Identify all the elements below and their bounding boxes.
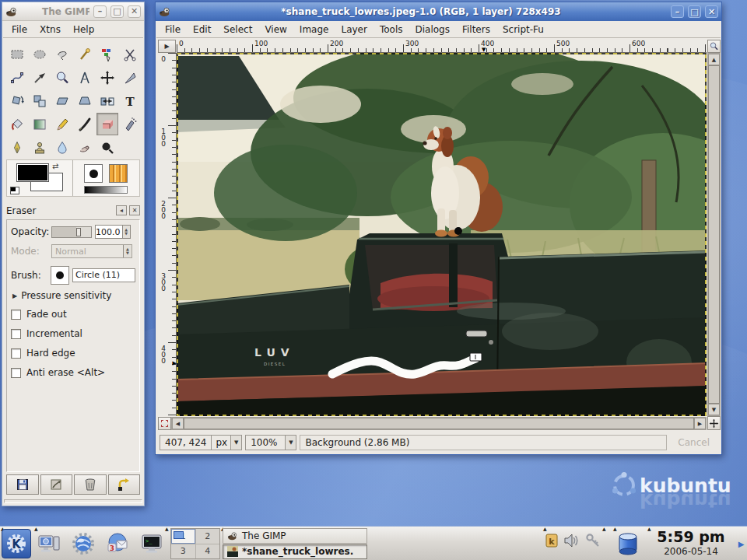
- panel-clock[interactable]: 5:59 pm 2006-05-14: [651, 527, 731, 560]
- checkbox-row-fade-out[interactable]: Fade out: [11, 309, 135, 320]
- pressure-sensitivity-expander[interactable]: ▶ Pressure sensitivity: [12, 290, 135, 301]
- unit-dropdown[interactable]: ▼: [230, 436, 241, 450]
- toolbox-resize-grip[interactable]: [4, 499, 142, 503]
- scroll-left-arrow[interactable]: ◀: [172, 418, 184, 429]
- restore-options-button[interactable]: [40, 474, 73, 495]
- konqueror-launcher[interactable]: [68, 530, 98, 558]
- applet-handle[interactable]: ▲: [543, 527, 547, 531]
- vertical-ruler[interactable]: 0100200300400▶: [158, 53, 177, 416]
- swap-colors-icon[interactable]: ⇄: [52, 162, 58, 170]
- mode-dropdown[interactable]: Normal ▲▼: [51, 244, 132, 258]
- tool-measure[interactable]: [74, 66, 96, 89]
- checkbox-icon[interactable]: [11, 368, 21, 378]
- delete-options-button[interactable]: [74, 474, 107, 495]
- image-menu-dialogs[interactable]: Dialogs: [409, 23, 454, 37]
- close-button[interactable]: ✕: [128, 5, 141, 18]
- tool-scale[interactable]: [29, 89, 51, 112]
- cancel-button[interactable]: Cancel: [670, 435, 717, 450]
- tool-crop[interactable]: [119, 66, 141, 89]
- image-menu-button[interactable]: ▶: [158, 40, 176, 53]
- opacity-slider[interactable]: [51, 226, 92, 238]
- checkbox-row-anti-erase-alt-[interactable]: Anti erase <Alt>: [11, 367, 135, 378]
- tool-paths[interactable]: [6, 66, 28, 89]
- tool-smudge[interactable]: [74, 136, 96, 159]
- spinner-arrows[interactable]: ▲▼: [122, 226, 131, 238]
- toolbox-menu-xtns[interactable]: Xtns: [34, 23, 66, 37]
- zoom-follow-window-toggle[interactable]: [707, 40, 721, 53]
- image-canvas[interactable]: LUV DIESEL: [177, 53, 707, 416]
- maximize-button[interactable]: □: [110, 5, 124, 18]
- tool-ink[interactable]: [6, 136, 28, 159]
- tool-rotate[interactable]: [6, 89, 28, 112]
- brush-select-button[interactable]: [51, 266, 69, 285]
- tool-convolve[interactable]: [51, 136, 73, 159]
- minimize-button[interactable]: –: [93, 5, 107, 18]
- tool-blend[interactable]: [29, 113, 51, 135]
- konsole-launcher[interactable]: >_: [137, 530, 167, 558]
- opacity-spinner[interactable]: 100.0 ▲▼: [95, 225, 131, 239]
- applet-handle[interactable]: ▲: [602, 527, 606, 531]
- vertical-scroll-thumb[interactable]: [708, 65, 720, 404]
- checkbox-icon[interactable]: [11, 348, 21, 359]
- tool-paintbrush[interactable]: [74, 113, 96, 135]
- image-menu-edit[interactable]: Edit: [188, 23, 216, 37]
- tool-text[interactable]: [119, 89, 141, 112]
- zoom-dropdown[interactable]: ▼: [285, 436, 296, 450]
- tool-rect-select[interactable]: [6, 43, 28, 65]
- scroll-down-arrow[interactable]: ▼: [708, 404, 720, 415]
- horizontal-scrollbar[interactable]: ◀ ▶: [171, 417, 707, 430]
- tool-fuzzy-select[interactable]: [74, 43, 96, 65]
- tool-scissors[interactable]: [119, 43, 141, 65]
- active-pattern-preview[interactable]: [109, 164, 128, 183]
- checkbox-row-hard-edge[interactable]: Hard edge: [11, 348, 135, 359]
- tool-free-select[interactable]: [51, 43, 73, 65]
- image-menu-image[interactable]: Image: [294, 23, 335, 37]
- tool-color-picker[interactable]: [29, 66, 51, 89]
- scroll-right-arrow[interactable]: ▶: [694, 418, 706, 429]
- storage-applet-icon[interactable]: [618, 531, 638, 556]
- system-settings-launcher[interactable]: [34, 530, 64, 558]
- save-options-button[interactable]: [6, 474, 39, 495]
- image-menu-script-fu[interactable]: Script-Fu: [497, 23, 549, 37]
- task-button-gimp[interactable]: The GIMP: [223, 528, 367, 544]
- reset-options-button[interactable]: [108, 474, 141, 495]
- image-menu-file[interactable]: File: [160, 23, 186, 37]
- dock-close-button[interactable]: ✕: [129, 205, 140, 215]
- image-menu-layer[interactable]: Layer: [335, 23, 372, 37]
- volume-tray-icon[interactable]: [563, 533, 580, 548]
- maximize-button[interactable]: □: [688, 5, 701, 18]
- navigation-button[interactable]: [707, 416, 721, 430]
- task-button-image[interactable]: *shane_truck_lowres.: [223, 544, 367, 560]
- image-menu-tools[interactable]: Tools: [374, 23, 409, 37]
- tool-clone[interactable]: [29, 136, 51, 159]
- pager-desktop-2[interactable]: 2: [196, 529, 220, 544]
- horizontal-ruler[interactable]: 0100200300400500600700▼: [177, 40, 707, 53]
- applet-handle[interactable]: ▲: [613, 527, 617, 531]
- image-menu-select[interactable]: Select: [218, 23, 258, 37]
- tool-flip[interactable]: [96, 89, 118, 112]
- tool-dodge-burn[interactable]: [96, 136, 118, 159]
- active-gradient-preview[interactable]: [84, 186, 128, 194]
- tool-perspective[interactable]: [74, 89, 96, 112]
- tool-shear[interactable]: [51, 89, 73, 112]
- scroll-up-arrow[interactable]: ▲: [708, 54, 720, 65]
- active-brush-preview[interactable]: [84, 164, 103, 183]
- pager-desktop-4[interactable]: 4: [196, 544, 220, 559]
- klipper-tray-icon[interactable]: k: [545, 533, 559, 548]
- tool-ellipse-select[interactable]: [29, 43, 51, 65]
- tool-select-by-color[interactable]: [96, 43, 118, 65]
- image-menu-filters[interactable]: Filters: [457, 23, 496, 37]
- brush-name-field[interactable]: Circle (11): [72, 268, 135, 282]
- k-menu-button[interactable]: K: [2, 529, 31, 558]
- toolbox-menu-file[interactable]: File: [6, 23, 33, 37]
- toolbox-titlebar[interactable]: The GIMP – □ ✕: [2, 2, 144, 21]
- tool-pencil[interactable]: [51, 113, 73, 135]
- pager-desktop-3[interactable]: 3: [171, 544, 195, 559]
- panel-hide-button[interactable]: ▶: [736, 529, 746, 558]
- quickmask-toggle[interactable]: [158, 417, 171, 430]
- foreground-color-swatch[interactable]: [16, 163, 49, 182]
- horizontal-scroll-thumb[interactable]: [184, 418, 694, 429]
- close-button[interactable]: ✕: [705, 5, 718, 18]
- key-tray-icon[interactable]: [585, 533, 601, 548]
- minimize-button[interactable]: –: [671, 5, 684, 18]
